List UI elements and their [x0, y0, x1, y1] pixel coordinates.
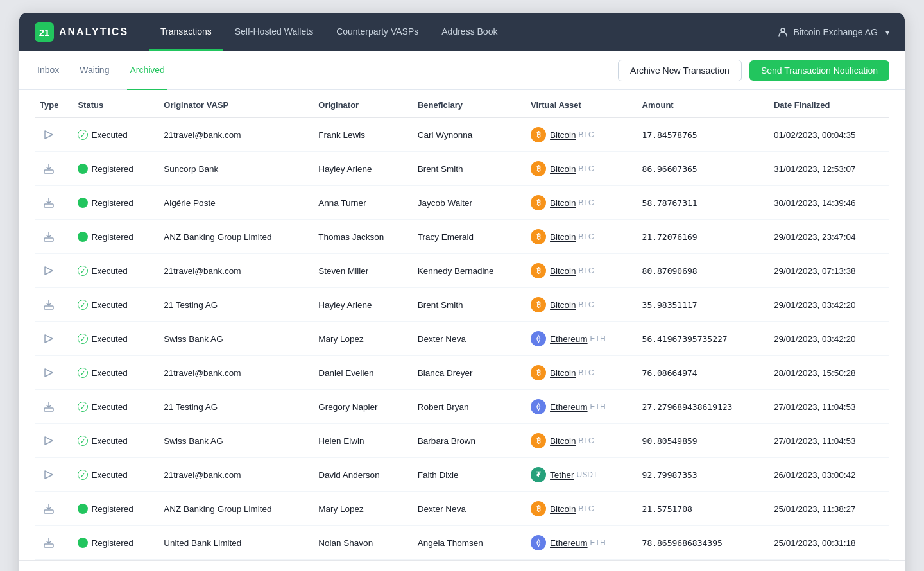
- beneficiary-cell: Barbara Brown: [413, 424, 526, 458]
- btc-icon: ₿: [531, 229, 546, 244]
- btc-icon: ₿: [531, 161, 546, 176]
- status-cell: ✓ Executed: [73, 390, 158, 424]
- table-row[interactable]: ✓ Executed 21travel@bank.com Daniel Evel…: [35, 356, 889, 390]
- svg-rect-3: [44, 238, 53, 241]
- asset-name[interactable]: Bitcoin: [550, 300, 576, 310]
- virtual-asset-cell: ₿ Bitcoin BTC: [526, 424, 637, 458]
- transactions-table: Type Status Originator VASP Originator B…: [35, 90, 889, 560]
- table-row[interactable]: ✓ Executed 21travel@bank.com Frank Lewis…: [35, 118, 889, 152]
- status-cell: ✓ Executed: [73, 118, 158, 152]
- table-row[interactable]: + Registered United Bank Limited Nolan S…: [35, 526, 889, 560]
- amount-cell: 17.84578765: [637, 118, 769, 152]
- originator-cell: Gregory Napier: [313, 390, 413, 424]
- asset-name[interactable]: Bitcoin: [550, 266, 576, 276]
- asset-ticker: BTC: [579, 164, 594, 173]
- svg-rect-1: [44, 170, 53, 173]
- nav-address-book[interactable]: Address Book: [430, 13, 509, 51]
- date-cell: 27/01/2023, 11:04:53: [769, 390, 889, 424]
- asset-name[interactable]: Bitcoin: [550, 164, 576, 174]
- table-row[interactable]: ✓ Executed Swiss Bank AG Helen Elwin Bar…: [35, 424, 889, 458]
- asset-name[interactable]: Bitcoin: [550, 436, 576, 446]
- beneficiary-cell: Jaycob Walter: [413, 186, 526, 220]
- beneficiary-cell: Robert Bryan: [413, 390, 526, 424]
- send-transaction-notification-button[interactable]: Send Transaction Notification: [749, 60, 889, 81]
- originator-vasp-cell: Swiss Bank AG: [158, 424, 313, 458]
- table-row[interactable]: ✓ Executed 21 Testing AG Hayley Arlene B…: [35, 288, 889, 322]
- table-row[interactable]: + Registered Algérie Poste Anna Turner J…: [35, 186, 889, 220]
- asset-ticker: ETH: [590, 538, 606, 547]
- col-status: Status: [73, 90, 158, 118]
- user-icon: [778, 27, 788, 37]
- beneficiary-cell: Tracy Emerald: [413, 220, 526, 254]
- asset-ticker: BTC: [579, 266, 594, 275]
- asset-name[interactable]: Bitcoin: [550, 232, 576, 242]
- virtual-asset-cell: ₮ Tether USDT: [526, 458, 637, 492]
- tab-waiting[interactable]: Waiting: [77, 51, 112, 90]
- asset-name[interactable]: Ethereum: [550, 334, 588, 344]
- beneficiary-cell: Carl Wynonna: [413, 118, 526, 152]
- amount-cell: 76.08664974: [637, 356, 769, 390]
- archive-new-transaction-button[interactable]: Archive New Transaction: [618, 60, 742, 81]
- eth-icon: ⟠: [531, 399, 546, 414]
- type-cell: [35, 526, 73, 560]
- type-cell: [35, 186, 73, 220]
- table-row[interactable]: ✓ Executed 21 Testing AG Gregory Napier …: [35, 390, 889, 424]
- asset-ticker: BTC: [579, 368, 594, 377]
- col-amount: Amount: [637, 90, 769, 118]
- type-cell: [35, 288, 73, 322]
- asset-name[interactable]: Bitcoin: [550, 198, 576, 208]
- date-cell: 26/01/2023, 03:00:42: [769, 458, 889, 492]
- executed-dot: ✓: [78, 334, 88, 344]
- asset-name[interactable]: Bitcoin: [550, 504, 576, 514]
- beneficiary-cell: Brent Smith: [413, 288, 526, 322]
- status-label: Registered: [91, 164, 133, 174]
- status-cell: + Registered: [73, 186, 158, 220]
- asset-ticker: USDT: [577, 470, 598, 479]
- table-row[interactable]: ✓ Executed 21travel@bank.com David Ander…: [35, 458, 889, 492]
- amount-cell: 80.87090698: [637, 254, 769, 288]
- send-icon: [43, 435, 55, 447]
- asset-name[interactable]: Bitcoin: [550, 368, 576, 378]
- virtual-asset-cell: ₿ Bitcoin BTC: [526, 118, 637, 152]
- type-cell: [35, 118, 73, 152]
- asset-name[interactable]: Ethereum: [550, 538, 588, 548]
- status-label: Executed: [91, 130, 127, 140]
- receive-icon: [43, 503, 55, 515]
- btc-icon: ₿: [531, 127, 546, 142]
- asset-ticker: BTC: [579, 300, 594, 309]
- amount-cell: 21.5751708: [637, 492, 769, 526]
- nav-counterparty-vasps[interactable]: Counterparty VASPs: [325, 13, 430, 51]
- table-row[interactable]: + Registered ANZ Banking Group Limited T…: [35, 220, 889, 254]
- svg-point-0: [781, 28, 785, 32]
- status-label: Executed: [91, 470, 127, 480]
- amount-cell: 27.279689438619123: [637, 390, 769, 424]
- tab-inbox[interactable]: Inbox: [35, 51, 62, 90]
- executed-dot: ✓: [78, 436, 88, 446]
- virtual-asset-cell: ₿ Bitcoin BTC: [526, 220, 637, 254]
- originator-vasp-cell: 21 Testing AG: [158, 390, 313, 424]
- toolbar: Inbox Waiting Archived Archive New Trans…: [19, 51, 905, 90]
- nav-transactions[interactable]: Transactions: [149, 13, 223, 51]
- send-icon: [43, 265, 55, 277]
- date-cell: 28/01/2023, 15:50:28: [769, 356, 889, 390]
- table-row[interactable]: ✓ Executed 21travel@bank.com Steven Mill…: [35, 254, 889, 288]
- table-row[interactable]: + Registered Suncorp Bank Hayley Arlene …: [35, 152, 889, 186]
- nav-user[interactable]: Bitcoin Exchange AG: [778, 27, 889, 37]
- nav-self-hosted-wallets[interactable]: Self-Hosted Wallets: [223, 13, 325, 51]
- asset-name[interactable]: Tether: [550, 470, 574, 480]
- table-row[interactable]: + Registered ANZ Banking Group Limited M…: [35, 492, 889, 526]
- status-label: Executed: [91, 402, 127, 412]
- type-cell: [35, 390, 73, 424]
- table-row[interactable]: ✓ Executed Swiss Bank AG Mary Lopez Dext…: [35, 322, 889, 356]
- registered-dot: +: [78, 164, 88, 174]
- asset-name[interactable]: Bitcoin: [550, 130, 576, 140]
- executed-dot: ✓: [78, 266, 88, 276]
- originator-cell: Nolan Shavon: [313, 526, 413, 560]
- asset-name[interactable]: Ethereum: [550, 402, 588, 412]
- virtual-asset-cell: ₿ Bitcoin BTC: [526, 254, 637, 288]
- status-cell: ✓ Executed: [73, 322, 158, 356]
- originator-cell: Mary Lopez: [313, 322, 413, 356]
- type-cell: [35, 424, 73, 458]
- tab-archived[interactable]: Archived: [127, 51, 167, 90]
- beneficiary-cell: Blanca Dreyer: [413, 356, 526, 390]
